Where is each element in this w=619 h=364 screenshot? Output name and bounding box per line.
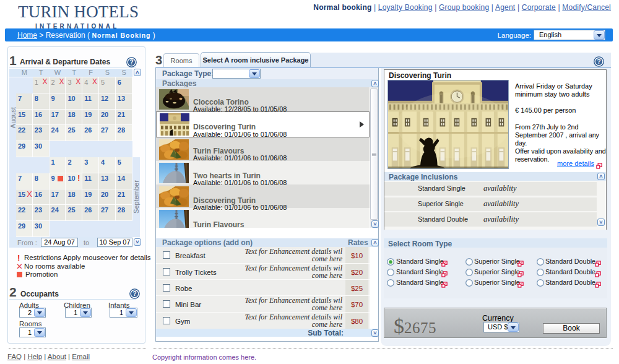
svg-text:?: ? bbox=[129, 59, 133, 66]
svg-text:?: ? bbox=[132, 290, 136, 297]
svg-text:?: ? bbox=[597, 58, 600, 65]
